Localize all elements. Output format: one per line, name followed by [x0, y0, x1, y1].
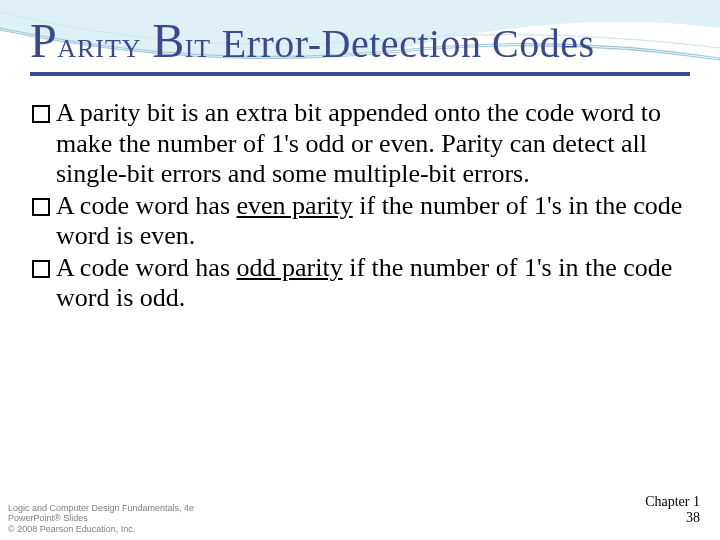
bullet-text: A code word has odd parity if the number… — [56, 253, 684, 313]
footer-copyright: Logic and Computer Design Fundamentals, … — [8, 503, 194, 534]
bullet-item: A code word has even parity if the numbe… — [32, 191, 684, 251]
bullet-pre: A code word has — [56, 253, 237, 282]
bullet-pre: A code word has — [56, 191, 237, 220]
bullet-item: A parity bit is an extra bit appended on… — [32, 98, 684, 188]
title-word1-rest: ARITY — [57, 34, 141, 63]
footer-line1: Logic and Computer Design Fundamentals, … — [8, 503, 194, 513]
body-text: A parity bit is an extra bit appended on… — [30, 98, 690, 313]
title-block: PARITY BIT Error-Detection Codes — [30, 16, 690, 76]
bullet-pre: A parity bit is an extra bit appended on… — [56, 98, 661, 187]
footer-line2: PowerPoint® Slides — [8, 513, 194, 523]
slide: PARITY BIT Error-Detection Codes A parit… — [0, 0, 720, 540]
square-bullet-icon — [32, 105, 50, 123]
square-bullet-icon — [32, 198, 50, 216]
slide-title: PARITY BIT Error-Detection Codes — [30, 16, 690, 76]
footer-line3: © 2008 Pearson Education, Inc. — [8, 524, 194, 534]
title-word1-cap: P — [30, 14, 57, 67]
page-number: 38 — [645, 510, 700, 526]
bullet-text: A parity bit is an extra bit appended on… — [56, 98, 684, 188]
chapter-label: Chapter 1 — [645, 494, 700, 510]
footer-chapter-page: Chapter 1 38 — [645, 494, 700, 526]
square-bullet-icon — [32, 260, 50, 278]
title-remainder: Error-Detection Codes — [222, 21, 595, 66]
title-word2-rest: IT — [185, 34, 212, 63]
bullet-underline: odd parity — [237, 253, 343, 282]
bullet-text: A code word has even parity if the numbe… — [56, 191, 684, 251]
bullet-underline: even parity — [237, 191, 353, 220]
bullet-item: A code word has odd parity if the number… — [32, 253, 684, 313]
title-word2-cap: B — [152, 14, 185, 67]
